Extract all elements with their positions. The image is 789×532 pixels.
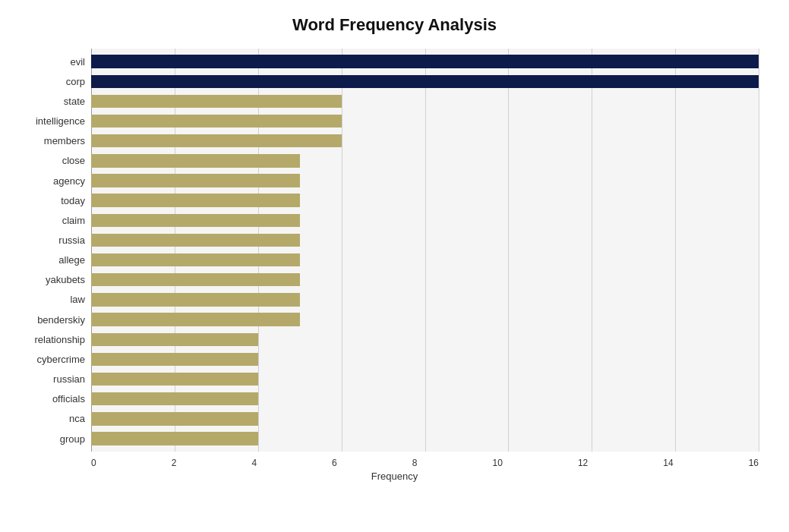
y-label: russia — [58, 230, 91, 250]
bar — [91, 134, 342, 147]
x-tick: 10 — [493, 458, 503, 468]
bar — [91, 373, 258, 386]
x-tick: 0 — [91, 458, 96, 468]
y-label: russian — [53, 370, 91, 389]
bar — [91, 55, 759, 68]
bar-row — [91, 190, 759, 210]
bar-row — [91, 310, 759, 329]
bar-row — [91, 250, 759, 270]
x-tick: 8 — [412, 458, 418, 468]
bar-row — [91, 290, 759, 310]
bar-row — [91, 409, 759, 429]
y-label: state — [64, 91, 91, 111]
x-tick: 6 — [332, 458, 337, 468]
bar-row — [91, 429, 759, 449]
bar-row — [91, 171, 759, 190]
bar-row — [91, 349, 759, 369]
bar-row — [91, 131, 759, 151]
y-label: members — [44, 131, 91, 151]
x-tick: 2 — [172, 458, 177, 468]
y-label: intelligence — [36, 111, 91, 131]
bar — [91, 313, 300, 326]
y-label: officials — [52, 389, 91, 409]
bar — [91, 174, 300, 187]
bar — [91, 75, 759, 88]
bar — [91, 353, 258, 366]
bar-row — [91, 389, 759, 409]
bar — [91, 234, 300, 247]
bar-row — [91, 270, 759, 290]
bar — [91, 432, 258, 445]
y-label: corp — [66, 71, 91, 91]
bar — [91, 253, 300, 266]
x-tick: 4 — [251, 458, 257, 468]
bar — [91, 214, 300, 227]
bar — [91, 293, 300, 306]
bar — [91, 95, 342, 108]
y-label: evil — [70, 52, 91, 71]
bar-row — [91, 52, 759, 71]
bar — [91, 194, 300, 206]
x-tick: 14 — [663, 458, 673, 468]
bar-row — [91, 111, 759, 131]
y-label: claim — [62, 210, 91, 230]
bar — [91, 154, 300, 167]
y-label: close — [62, 151, 91, 171]
bar-row — [91, 329, 759, 349]
y-label: cybercrime — [36, 349, 91, 369]
bar-row — [91, 370, 759, 389]
y-label: yakubets — [46, 270, 91, 290]
y-label: relationship — [35, 329, 92, 349]
bar — [91, 412, 258, 425]
bar-row — [91, 71, 759, 91]
x-tick: 12 — [578, 458, 588, 468]
bar — [91, 115, 342, 127]
y-label: law — [70, 290, 91, 310]
bar — [91, 273, 300, 286]
bar-row — [91, 151, 759, 171]
y-label: today — [61, 190, 91, 210]
chart-title: Word Frequency Analysis — [15, 15, 774, 35]
y-label: agency — [53, 171, 91, 190]
bar — [91, 333, 258, 346]
x-axis-label: Frequency — [15, 471, 774, 482]
y-label: benderskiy — [37, 310, 91, 329]
y-label: allege — [58, 250, 91, 270]
bar — [91, 392, 258, 405]
y-label: nca — [69, 409, 91, 429]
x-tick: 16 — [749, 458, 759, 468]
chart-container: Word Frequency Analysis evilcorpstateint… — [0, 0, 789, 532]
y-label: group — [60, 429, 91, 449]
bar-row — [91, 230, 759, 250]
bar-row — [91, 210, 759, 230]
bar-row — [91, 91, 759, 111]
